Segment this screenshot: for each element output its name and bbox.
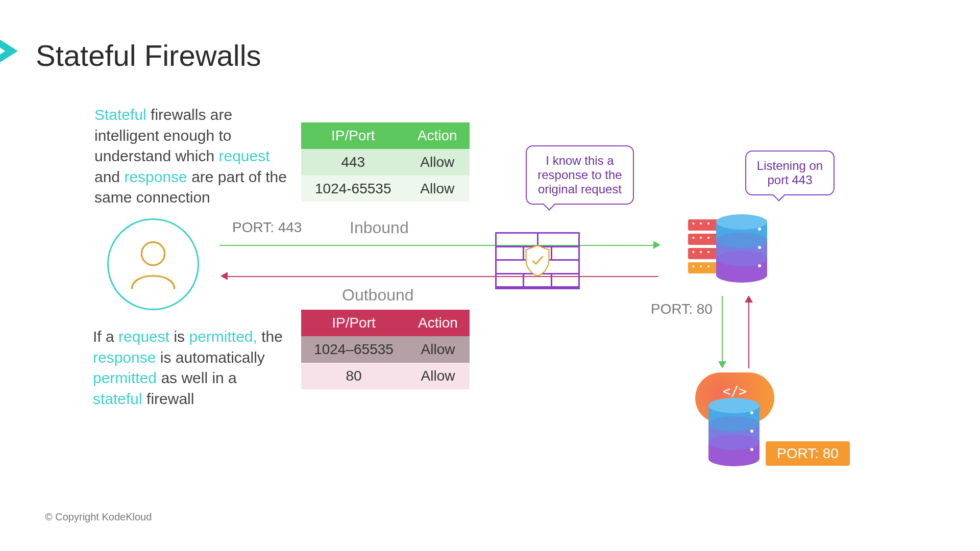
port-80-side-label: PORT: 80 — [651, 301, 713, 317]
up-arrow — [748, 302, 749, 368]
hl-permitted2: permitted — [93, 369, 157, 386]
hl-response2: response — [93, 349, 156, 366]
hl-request: request — [219, 147, 270, 164]
inbound-r1c1: 443 — [301, 149, 405, 176]
d2t3: the — [257, 328, 283, 345]
outbound-r2c1: 80 — [301, 363, 406, 389]
hl-permitted: permitted, — [189, 328, 257, 345]
desc1-text2: and — [94, 168, 124, 185]
description-1: Stateful firewalls are intelligent enoug… — [94, 105, 299, 208]
hl-stateful2: stateful — [93, 390, 142, 407]
firewall-speech-bubble: I know this a response to the original r… — [526, 145, 634, 205]
shield-icon — [523, 244, 552, 277]
inbound-h2: Action — [405, 122, 470, 149]
d2t2: is — [169, 328, 189, 345]
description-2: If a request is permitted, the response … — [93, 327, 287, 409]
outbound-arrow-head — [220, 272, 228, 280]
inbound-r2c1: 1024-65535 — [301, 176, 405, 202]
inbound-r1c2: Allow — [405, 149, 470, 176]
outbound-h1: IP/Port — [301, 310, 406, 336]
outbound-h2: Action — [406, 310, 470, 336]
inbound-arrow — [219, 245, 653, 246]
inbound-rules-table: IP/PortAction 443Allow 1024-65535Allow — [301, 122, 470, 202]
outbound-r2c2: Allow — [406, 363, 470, 389]
inbound-label: Inbound — [350, 218, 409, 237]
outbound-r1c2: Allow — [406, 336, 470, 363]
d2t6: firewall — [142, 390, 194, 407]
d2t5: as well in a — [157, 369, 237, 386]
database-icon — [716, 214, 767, 281]
port-443-label: PORT: 443 — [232, 219, 302, 236]
user-icon — [107, 218, 199, 310]
database-icon-2 — [708, 398, 760, 464]
firewall-icon — [495, 232, 580, 289]
down-arrow — [722, 296, 723, 362]
title-chevron-icon — [0, 33, 18, 69]
hl-stateful: Stateful — [94, 106, 146, 123]
d2t4: is automatically — [156, 349, 264, 366]
hl-request2: request — [118, 328, 169, 345]
hl-response: response — [124, 168, 187, 185]
outbound-label: Outbound — [342, 286, 414, 305]
d2t: If a — [93, 328, 118, 345]
port-80-badge: PORT: 80 — [766, 441, 850, 466]
up-arrow-head — [745, 295, 753, 303]
page-title: Stateful Firewalls — [36, 38, 261, 72]
inbound-r2c2: Allow — [405, 176, 470, 202]
server-speech-bubble: Listening on port 443 — [745, 151, 835, 195]
down-arrow-head — [718, 361, 726, 368]
copyright: © Copyright KodeKloud — [45, 511, 152, 523]
outbound-rules-table: IP/PortAction 1024–65535Allow 80Allow — [301, 310, 470, 389]
inbound-arrow-head — [653, 241, 660, 249]
outbound-arrow — [227, 276, 658, 277]
server-icon — [688, 219, 732, 277]
outbound-r1c1: 1024–65535 — [301, 336, 406, 363]
inbound-h1: IP/Port — [301, 122, 405, 149]
svg-point-0 — [141, 242, 164, 265]
